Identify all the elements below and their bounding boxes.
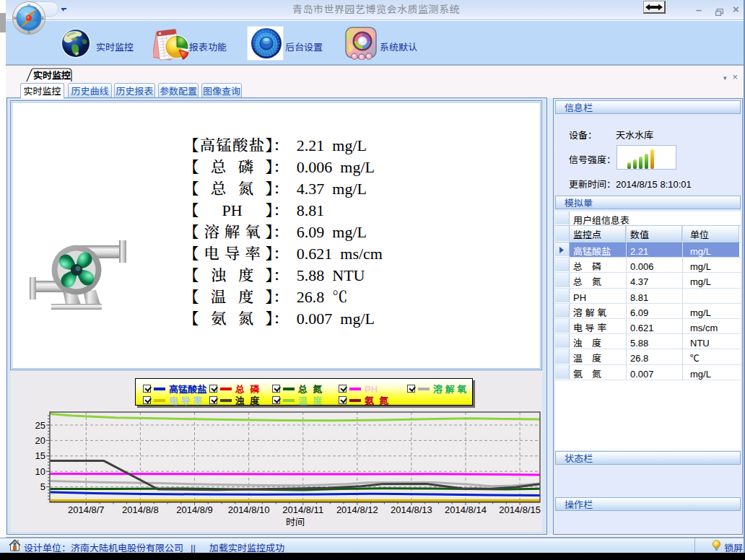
svg-text:2014/8/8: 2014/8/8 [122, 502, 159, 516]
svg-text:2014/8/9: 2014/8/9 [176, 502, 213, 516]
svg-text:N: N [27, 3, 30, 7]
svg-text:时间: 时间 [286, 515, 305, 528]
svg-text:2014/8/15: 2014/8/15 [499, 502, 541, 516]
svg-text:20: 20 [35, 433, 45, 447]
svg-text:2014/8/10: 2014/8/10 [228, 502, 270, 516]
svg-text:2014/8/7: 2014/8/7 [68, 502, 105, 516]
svg-text:10: 10 [35, 464, 45, 478]
svg-text:5: 5 [40, 479, 45, 493]
svg-text:2014/8/13: 2014/8/13 [391, 502, 432, 516]
svg-text:2014/8/12: 2014/8/12 [336, 502, 378, 516]
svg-text:25: 25 [35, 418, 45, 432]
svg-text:15: 15 [35, 448, 45, 462]
svg-text:2014/8/14: 2014/8/14 [445, 502, 487, 516]
svg-text:W: W [13, 16, 17, 20]
